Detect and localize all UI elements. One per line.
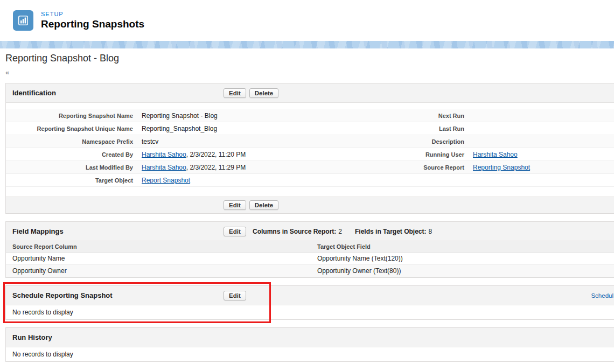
run-history-empty-message: No records to display (6, 347, 614, 361)
content-area: Reporting Snapshot - Blog « Identificati… (0, 48, 614, 362)
identification-section: Identification Edit Delete Reporting Sna… (5, 83, 614, 214)
bar-chart-icon (17, 15, 29, 26)
schedule-section-wrap: Schedule Reporting Snapshot Edit Schedul… (5, 285, 614, 320)
target-object-field-header: Target Object Field (311, 241, 614, 253)
detail-row: Reporting Snapshot Name Reporting Snapsh… (6, 109, 614, 122)
run-history-title: Run History (12, 333, 52, 341)
field-label: Reporting Snapshot Unique Name (6, 125, 141, 132)
detail-row: Last Modified By Harshita Sahoo, 2/3/202… (6, 161, 614, 174)
edit-button[interactable]: Edit (224, 200, 246, 210)
field-label: Created By (6, 151, 141, 158)
stat-value: 8 (429, 228, 432, 235)
source-column-cell: Opportunity Owner (6, 265, 311, 277)
field-value: Harshita Sahoo, 2/3/2022, 11:20 PM (141, 151, 334, 158)
field-label: Last Modified By (6, 164, 141, 171)
identification-detail: Reporting Snapshot Name Reporting Snapsh… (6, 103, 614, 197)
source-report-column-header: Source Report Column (6, 241, 311, 253)
field-value: Reporting Snapshot - Blog (141, 112, 334, 120)
field-mappings-title: Field Mappings (12, 227, 64, 235)
delete-button[interactable]: Delete (249, 200, 279, 210)
field-value: Harshita Sahoo, 2/3/2022, 11:29 PM (141, 164, 334, 171)
field-label: Next Run (334, 113, 472, 119)
field-mappings-table: Source Report Column Target Object Field… (6, 241, 614, 277)
edit-button[interactable]: Edit (224, 88, 246, 98)
field-value: Reporting_Snapshot_Blog (141, 125, 334, 132)
setup-page-title: Reporting Snapshots (41, 19, 144, 30)
setup-eyebrow: SETUP (41, 11, 144, 17)
record-title: Reporting Snapshot - Blog (5, 53, 614, 64)
field-value: Harshita Sahoo (472, 151, 614, 158)
modified-by-user-link[interactable]: Harshita Sahoo (142, 164, 186, 171)
detail-row: Reporting Snapshot Unique Name Reporting… (6, 122, 614, 135)
field-mappings-header-buttons: Edit (224, 222, 246, 241)
mapping-row: Opportunity Owner Opportunity Owner (Tex… (6, 265, 614, 277)
field-label: Running User (334, 151, 472, 158)
field-label: Namespace Prefix (6, 138, 141, 145)
identification-header-buttons: Edit Delete (224, 83, 278, 102)
fields-in-target-object-stat: Fields in Target Object:8 (355, 228, 432, 235)
run-history-header: Run History (6, 328, 614, 347)
run-history-section: Run History No records to display (5, 327, 614, 362)
schedule-title: Schedule Reporting Snapshot (12, 291, 113, 299)
stat-label: Fields in Target Object: (355, 228, 426, 235)
collapse-sidebar-control[interactable]: « (5, 68, 9, 76)
decorative-banner (0, 41, 614, 48)
table-header-row: Source Report Column Target Object Field (6, 241, 614, 253)
mapping-row: Opportunity Name Opportunity Name (Text(… (6, 253, 614, 265)
spacer (6, 187, 614, 197)
field-value: Reporting Snapshot (472, 164, 614, 171)
target-object-link[interactable]: Report Snapshot (142, 177, 190, 184)
detail-row: Target Object Report Snapshot (6, 174, 614, 187)
setup-header: SETUP Reporting Snapshots (0, 0, 614, 41)
field-label: Source Report (334, 164, 472, 171)
identification-header: Identification Edit Delete (6, 83, 614, 103)
created-by-user-link[interactable]: Harshita Sahoo (142, 151, 186, 158)
identification-title: Identification (12, 89, 56, 97)
detail-row: Namespace Prefix testcv Description (6, 135, 614, 148)
field-mappings-section: Field Mappings Edit Columns in Source Re… (5, 221, 614, 278)
target-field-cell: Opportunity Name (Text(120)) (311, 253, 614, 265)
field-value-text: , 2/3/2022, 11:20 PM (186, 151, 246, 158)
identification-footer: Edit Delete (6, 197, 614, 213)
field-value-text: , 2/3/2022, 11:29 PM (186, 164, 246, 171)
target-field-cell: Opportunity Owner (Text(80)) (311, 265, 614, 277)
field-label: Target Object (6, 177, 141, 184)
field-label: Description (334, 138, 472, 145)
reporting-snapshots-icon (13, 10, 33, 31)
running-user-link[interactable]: Harshita Sahoo (473, 151, 518, 158)
edit-button[interactable]: Edit (224, 227, 246, 236)
field-mappings-stats: Columns in Source Report:2 Fields in Tar… (253, 222, 432, 241)
columns-in-source-report-stat: Columns in Source Report:2 (253, 228, 342, 235)
schedule-header: Schedule Reporting Snapshot Edit Schedul (6, 286, 614, 305)
source-report-link[interactable]: Reporting Snapshot (473, 164, 530, 171)
field-label: Reporting Snapshot Name (6, 113, 141, 119)
field-value: Report Snapshot (141, 177, 334, 184)
stat-label: Columns in Source Report: (253, 228, 336, 235)
field-label: Last Run (334, 125, 472, 132)
schedule-empty-message: No records to display (6, 305, 614, 319)
schedule-help-link[interactable]: Schedul (591, 292, 613, 299)
edit-button[interactable]: Edit (224, 291, 246, 300)
stat-value: 2 (338, 228, 342, 235)
schedule-header-buttons: Edit (224, 286, 246, 305)
detail-row: Created By Harshita Sahoo, 2/3/2022, 11:… (6, 148, 614, 161)
field-value: testcv (141, 138, 334, 145)
identification-footer-buttons: Edit Delete (224, 200, 614, 210)
source-column-cell: Opportunity Name (6, 253, 311, 265)
setup-titles: SETUP Reporting Snapshots (41, 11, 144, 30)
delete-button[interactable]: Delete (249, 88, 279, 98)
field-mappings-header: Field Mappings Edit Columns in Source Re… (6, 222, 614, 241)
schedule-section: Schedule Reporting Snapshot Edit Schedul… (5, 285, 614, 320)
